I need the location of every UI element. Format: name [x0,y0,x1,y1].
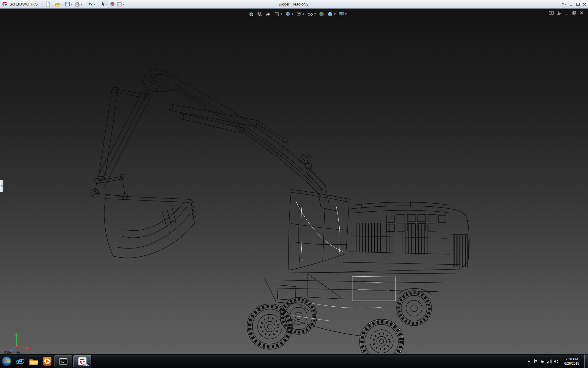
windows-start-icon [1,356,12,367]
dropdown-caret [61,4,63,5]
dropdown-caret [81,4,82,5]
internet-explorer-icon: e [15,356,25,366]
start-button[interactable] [0,355,13,368]
edit-appearance-button[interactable] [318,10,325,18]
dropdown-caret [123,4,124,5]
solidworks-version-badge: 2015 [83,363,89,366]
display-style-icon [296,11,302,17]
open-icon [55,2,61,7]
hidden-icons-chevron[interactable] [526,355,532,368]
network-bars-icon [547,359,552,363]
new-document-icon [45,2,51,7]
graphics-viewport[interactable]: *Dimetric [0,9,588,354]
dropdown-caret [314,13,316,15]
show-desktop-button[interactable] [584,355,588,368]
view-orientation-button[interactable] [284,10,294,18]
command-prompt-icon [59,358,68,365]
view-settings-button[interactable] [337,10,347,18]
tray-network[interactable] [546,355,552,368]
titlebar: SOLIDWORKS [0,0,588,9]
apply-scene-button[interactable] [326,10,336,18]
collapsed-panel-tab[interactable] [0,180,3,192]
clock-date: 6/26/2015 [560,361,583,366]
section-view-icon [274,11,280,17]
new-document-button[interactable] [44,1,54,8]
hide-show-items-icon [307,11,314,17]
view-settings-icon [338,11,344,17]
wheel-rear-far [397,291,432,326]
view-orientation-icon [285,11,291,17]
taskbar-item-solidworks-2015[interactable]: 2015 [74,355,91,367]
reference-triad [7,330,35,352]
maximize-window-button[interactable] [576,2,580,6]
print-icon [74,2,80,7]
dropdown-caret [71,4,73,5]
chevron-up-icon [527,360,531,363]
screen: SOLIDWORKS [0,0,588,368]
close-document-button[interactable] [579,11,584,15]
tray-action-center[interactable] [532,355,539,368]
brand-works: WORKS [22,2,38,6]
restore-document-button[interactable] [572,11,576,15]
system-tray: 2:28 PM 6/26/2015 [526,355,588,368]
help-button[interactable]: ? [562,2,567,6]
digger-wireframe-model[interactable] [0,9,588,354]
print-button[interactable] [74,1,83,8]
power-plug-icon [540,359,545,363]
brand-text: SOLIDWORKS [9,2,38,6]
help-glyph: ? [562,2,564,6]
media-player-icon [43,357,52,366]
toolbar-separator [43,1,43,7]
zoom-to-fit-button[interactable] [247,10,255,18]
dropdown-caret [303,13,304,15]
taskbar-item-windows-explorer[interactable] [27,355,40,368]
zoom-to-area-icon [257,11,263,17]
brand-solid: SOLID [9,2,22,6]
tray-power[interactable] [539,355,546,368]
speaker-icon [554,359,558,363]
design-table-icon [117,2,122,7]
wheel-rear-near [360,319,404,354]
flag-icon [533,359,538,363]
window-controls: ? [562,0,587,9]
toolbar-separator [85,1,85,7]
apply-scene-icon [327,11,333,17]
select-button[interactable] [100,1,109,8]
hide-show-items-button[interactable] [306,10,317,18]
taskbar-item-command-prompt[interactable] [55,355,72,367]
cascade-panes-button[interactable] [557,11,562,15]
edit-appearance-icon [318,11,325,17]
minimize-window-button[interactable] [569,2,573,6]
solidworks-logo: SOLIDWORKS [0,2,41,7]
zoom-to-area-button[interactable] [256,10,263,18]
clock-time: 2:28 PM [560,357,583,361]
taskbar-clock[interactable]: 2:28 PM 6/26/2015 [559,357,584,366]
section-view-button[interactable] [273,10,283,18]
minimize-document-button[interactable] [565,11,569,15]
previous-view-button[interactable] [265,10,272,18]
taskbar-item-media-player[interactable] [40,355,54,368]
close-window-button[interactable] [582,2,587,6]
open-button[interactable] [54,1,64,8]
taskbar-item-internet-explorer[interactable]: e [13,355,27,368]
dropdown-caret [334,13,336,15]
solidworks-logo-icon [2,2,8,7]
toolbar-separator [98,1,98,7]
dropdown-caret [94,4,96,5]
save-icon [65,2,70,7]
design-table-button[interactable] [116,1,125,8]
document-window-controls [549,11,584,15]
dropdown-caret [51,4,53,5]
dropdown-caret [345,13,347,15]
display-style-button[interactable] [295,10,305,18]
tile-panes-button[interactable] [549,11,554,15]
dropdown-caret [106,4,108,5]
reference-geometry-button[interactable] [109,1,116,8]
dropdown-caret [565,4,567,5]
save-button[interactable] [64,1,74,8]
reference-geometry-icon [110,2,115,7]
folder-icon [29,357,39,365]
undo-button[interactable] [87,1,96,8]
tray-volume[interactable] [552,355,559,368]
zoom-to-fit-icon [248,11,254,17]
